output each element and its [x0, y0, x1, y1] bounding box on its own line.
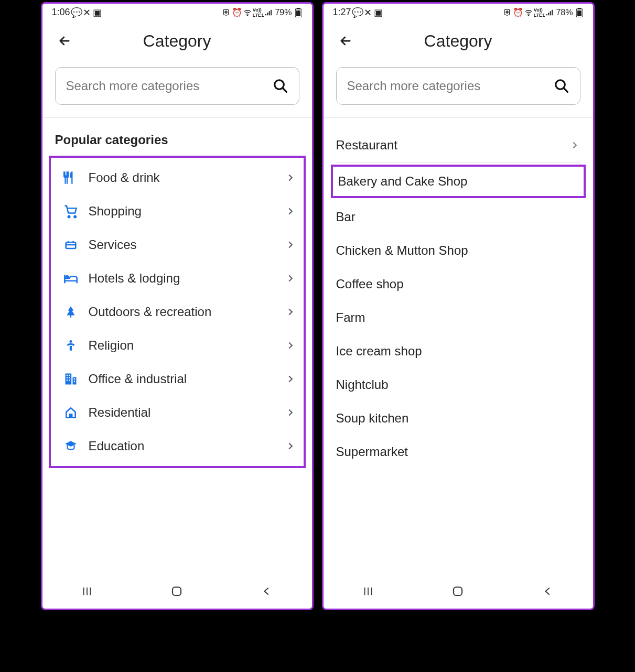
wifi-icon — [243, 8, 252, 17]
subcategory-ice-cream[interactable]: Ice cream shop — [324, 334, 593, 368]
office-icon — [58, 372, 83, 386]
chevron-right-icon — [285, 273, 296, 284]
chevron-right-icon — [285, 440, 296, 452]
subcategory-restaurant[interactable]: Restaurant — [324, 128, 593, 162]
nav-recents[interactable] — [71, 581, 103, 602]
category-label: Religion — [83, 338, 285, 353]
chevron-right-icon — [285, 407, 296, 418]
category-hotels[interactable]: Hotels & lodging — [51, 262, 304, 295]
nav-back[interactable] — [251, 581, 283, 602]
category-label: Residential — [83, 405, 285, 420]
category-office[interactable]: Office & industrial — [51, 362, 304, 396]
nav-back[interactable] — [532, 581, 564, 602]
svg-point-0 — [247, 15, 248, 15]
phone-left: 1:06 💬 ✕ ▣ ⛨ ⏰ Vo))LTE1 79% Category — [41, 2, 314, 610]
alarm-icon: ⏰ — [514, 8, 522, 17]
signal-icon — [264, 8, 273, 17]
category-label: Shopping — [83, 204, 285, 219]
category-residential[interactable]: Residential — [51, 396, 304, 429]
category-outdoors[interactable]: Outdoors & recreation — [51, 295, 304, 329]
subcategory-label: Supermarket — [336, 445, 580, 459]
shield-icon: ⛨ — [222, 8, 231, 17]
status-battery: 79% — [275, 8, 292, 17]
services-icon — [58, 237, 83, 252]
svg-rect-10 — [173, 587, 181, 595]
nav-bar — [42, 577, 312, 609]
nav-home[interactable] — [161, 581, 192, 602]
category-label: Food & drink — [83, 170, 285, 185]
chevron-right-icon — [285, 306, 296, 318]
svg-point-9 — [69, 340, 72, 343]
status-time: 1:06 — [52, 7, 70, 18]
subcategory-farm[interactable]: Farm — [324, 301, 593, 334]
chat-icon: 💬 — [353, 8, 362, 17]
category-label: Education — [83, 439, 285, 453]
subcategory-coffee[interactable]: Coffee shop — [324, 267, 593, 301]
nfc-icon: ✕ — [83, 8, 91, 17]
subcategory-soup-kitchen[interactable]: Soup kitchen — [324, 402, 593, 435]
divider — [42, 117, 312, 118]
section-title: Popular categories — [42, 123, 312, 154]
search-field[interactable] — [55, 67, 299, 105]
subcategory-nightclub[interactable]: Nightclub — [324, 368, 593, 402]
image-icon: ▣ — [374, 8, 383, 17]
subcategory-supermarket[interactable]: Supermarket — [324, 435, 593, 469]
status-battery: 78% — [556, 8, 573, 17]
divider — [324, 117, 593, 118]
chevron-right-icon — [569, 139, 580, 151]
search-input[interactable] — [347, 79, 554, 93]
image-icon: ▣ — [93, 8, 102, 17]
subcategory-label: Coffee shop — [336, 277, 580, 291]
category-religion[interactable]: Religion — [51, 329, 304, 362]
phone-right: 1:27 💬 ✕ ▣ ⛨ ⏰ Vo))LTE1 78% Category — [322, 2, 595, 610]
status-bar: 1:27 💬 ✕ ▣ ⛨ ⏰ Vo))LTE1 78% — [324, 4, 593, 19]
nav-bar — [324, 577, 593, 609]
residential-icon — [58, 406, 83, 419]
category-list-highlighted: Food & drink Shopping Services Hotels & … — [49, 156, 306, 468]
search-input[interactable] — [66, 79, 273, 93]
chevron-right-icon — [285, 373, 296, 385]
back-button[interactable] — [334, 29, 357, 52]
subcategory-label: Bar — [336, 210, 580, 224]
back-button[interactable] — [53, 29, 76, 52]
category-label: Outdoors & recreation — [83, 305, 285, 319]
signal-icon — [545, 8, 554, 17]
subcategory-chicken-mutton[interactable]: Chicken & Mutton Shop — [324, 234, 593, 267]
svg-point-6 — [74, 216, 76, 218]
category-food-drink[interactable]: Food & drink — [51, 161, 304, 194]
nfc-icon: ✕ — [364, 8, 372, 17]
subcategory-label: Nightclub — [336, 377, 580, 392]
wifi-icon — [524, 8, 533, 17]
search-icon[interactable] — [554, 78, 569, 94]
category-shopping[interactable]: Shopping — [51, 194, 304, 228]
category-label: Services — [83, 237, 285, 252]
category-education[interactable]: Education — [51, 429, 304, 463]
page-title: Category — [76, 31, 278, 51]
religion-icon — [58, 339, 83, 352]
food-icon — [58, 170, 83, 185]
subcategory-label: Chicken & Mutton Shop — [336, 243, 580, 258]
category-label: Office & industrial — [83, 372, 285, 386]
divider — [336, 162, 580, 162]
nav-home[interactable] — [442, 581, 473, 602]
category-services[interactable]: Services — [51, 228, 304, 262]
battery-icon — [575, 8, 584, 17]
volte-icon: Vo))LTE1 — [535, 8, 543, 17]
subcategory-bar[interactable]: Bar — [324, 200, 593, 234]
chevron-right-icon — [285, 205, 296, 217]
shield-icon: ⛨ — [503, 8, 512, 17]
page-title: Category — [357, 31, 559, 51]
search-field[interactable] — [336, 67, 580, 105]
chevron-right-icon — [285, 172, 296, 183]
status-time: 1:27 — [333, 7, 351, 18]
nav-recents[interactable] — [352, 581, 384, 602]
svg-point-8 — [66, 276, 68, 278]
subcategory-label: Restaurant — [336, 138, 569, 153]
svg-rect-14 — [577, 10, 582, 16]
subcategory-label: Ice cream shop — [336, 344, 580, 359]
search-icon[interactable] — [273, 78, 288, 94]
battery-icon — [294, 8, 303, 17]
shopping-icon — [58, 204, 83, 219]
category-label: Hotels & lodging — [83, 271, 285, 286]
subcategory-bakery-highlighted[interactable]: Bakery and Cake Shop — [331, 165, 586, 198]
